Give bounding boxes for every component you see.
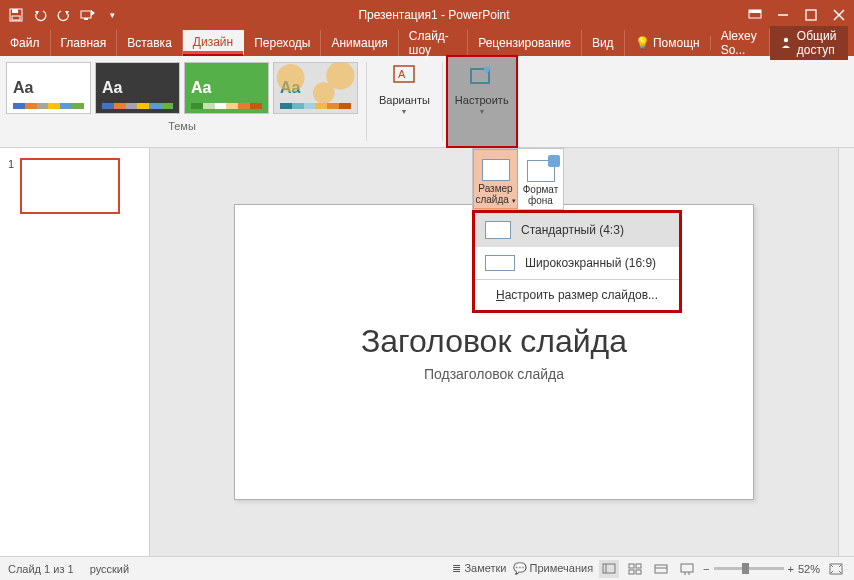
redo-icon[interactable] xyxy=(56,7,72,23)
svg-rect-2 xyxy=(12,16,20,20)
zoom-slider[interactable] xyxy=(714,567,784,570)
slide-size-standard[interactable]: Стандартный (4:3) xyxy=(475,213,679,247)
themes-group-label: Темы xyxy=(6,120,358,132)
themes-group: Aa Aa Aa Aa Темы xyxy=(0,56,362,147)
theme-thumb-1[interactable]: Aa xyxy=(6,62,91,114)
svg-rect-18 xyxy=(636,564,641,568)
undo-icon[interactable] xyxy=(32,7,48,23)
tell-me[interactable]: 💡 Помощн xyxy=(625,36,711,50)
format-background-icon xyxy=(527,160,555,182)
tab-slideshow[interactable]: Слайд-шоу xyxy=(399,30,468,56)
svg-rect-3 xyxy=(81,11,91,18)
normal-view-icon[interactable] xyxy=(599,560,619,578)
tab-review[interactable]: Рецензирование xyxy=(468,30,582,56)
reading-view-icon[interactable] xyxy=(651,560,671,578)
format-background-button[interactable]: Форматфона xyxy=(518,149,563,209)
svg-rect-23 xyxy=(681,564,693,572)
maximize-icon[interactable] xyxy=(804,8,818,22)
language-indicator[interactable]: русский xyxy=(90,563,129,575)
qat-customize-dropdown-icon[interactable]: ▾ xyxy=(104,7,120,23)
ribbon-tabs: Файл Главная Вставка Дизайн Переходы Ани… xyxy=(0,30,854,56)
svg-rect-1 xyxy=(12,9,18,13)
theme-thumb-4[interactable]: Aa xyxy=(273,62,358,114)
tab-animation[interactable]: Анимация xyxy=(321,30,398,56)
theme1-bars xyxy=(13,103,84,109)
separator xyxy=(442,62,443,141)
quick-access-toolbar: ▾ xyxy=(0,7,128,23)
svg-rect-4 xyxy=(84,18,88,20)
ribbon-options-icon[interactable] xyxy=(748,8,762,22)
separator xyxy=(366,62,367,141)
zoom-control: − + 52% xyxy=(703,563,820,575)
save-icon[interactable] xyxy=(8,7,24,23)
status-bar: Слайд 1 из 1 русский ≣ Заметки 💬 Примеча… xyxy=(0,556,854,580)
zoom-in-button[interactable]: + xyxy=(788,563,794,575)
close-icon[interactable] xyxy=(832,8,846,22)
theme-thumb-3[interactable]: Aa xyxy=(184,62,269,114)
theme2-bars xyxy=(102,103,173,109)
svg-rect-15 xyxy=(603,564,615,573)
chevron-down-icon: ▾ xyxy=(512,197,516,204)
popup-overlay: Размерслайда ▾ Форматфона Стандартный (4… xyxy=(0,148,854,556)
tab-design[interactable]: Дизайн xyxy=(183,30,244,56)
title-bar: ▾ Презентация1 - PowerPoint xyxy=(0,0,854,30)
svg-rect-19 xyxy=(629,570,634,574)
slide-counter[interactable]: Слайд 1 из 1 xyxy=(8,563,74,575)
window-title: Презентация1 - PowerPoint xyxy=(128,8,740,22)
ribbon: Aa Aa Aa Aa Темы A Варианты ▾ Настроить … xyxy=(0,56,854,148)
slide-size-widescreen[interactable]: Широкоэкранный (16:9) xyxy=(475,247,679,279)
window-controls xyxy=(740,8,854,22)
theme4-bars xyxy=(280,103,351,109)
start-from-beginning-icon[interactable] xyxy=(80,7,96,23)
customize-icon xyxy=(466,60,498,94)
zoom-out-button[interactable]: − xyxy=(703,563,709,575)
svg-rect-8 xyxy=(806,10,816,20)
sorter-view-icon[interactable] xyxy=(625,560,645,578)
chevron-down-icon: ▾ xyxy=(480,107,484,116)
slide-size-dropdown: Стандартный (4:3) Широкоэкранный (16:9) … xyxy=(472,210,682,313)
slideshow-view-icon[interactable] xyxy=(677,560,697,578)
zoom-level[interactable]: 52% xyxy=(798,563,820,575)
person-icon xyxy=(780,36,792,51)
customize-button[interactable]: Настроить ▾ xyxy=(447,56,517,147)
theme3-bars xyxy=(191,103,262,109)
svg-rect-21 xyxy=(655,565,667,573)
svg-rect-6 xyxy=(749,10,761,13)
variants-icon: A xyxy=(388,60,420,94)
bulb-icon: 💡 xyxy=(635,36,650,50)
ratio-169-icon xyxy=(485,255,515,271)
ratio-43-icon xyxy=(485,221,511,239)
variants-button[interactable]: A Варианты ▾ xyxy=(371,56,438,147)
slide-size-custom[interactable]: Настроить размер слайдов... xyxy=(475,279,679,310)
customize-popup-row: Размерслайда ▾ Форматфона xyxy=(472,148,564,210)
tab-transitions[interactable]: Переходы xyxy=(244,30,321,56)
tab-home[interactable]: Главная xyxy=(51,30,118,56)
slide-size-button[interactable]: Размерслайда ▾ xyxy=(473,149,518,209)
tab-file[interactable]: Файл xyxy=(0,30,51,56)
account-name[interactable]: Alexey So... xyxy=(711,29,770,57)
theme-thumb-2[interactable]: Aa xyxy=(95,62,180,114)
tab-view[interactable]: Вид xyxy=(582,30,625,56)
minimize-icon[interactable] xyxy=(776,8,790,22)
chevron-down-icon: ▾ xyxy=(402,107,406,116)
slide-size-icon xyxy=(482,159,510,181)
svg-rect-20 xyxy=(636,570,641,574)
share-button[interactable]: Общий доступ xyxy=(770,26,848,60)
fit-to-window-icon[interactable] xyxy=(826,560,846,578)
svg-rect-17 xyxy=(629,564,634,568)
svg-point-11 xyxy=(784,37,788,41)
svg-text:A: A xyxy=(398,68,406,80)
comments-button[interactable]: 💬 Примечания xyxy=(513,562,594,575)
tab-insert[interactable]: Вставка xyxy=(117,30,183,56)
notes-button[interactable]: ≣ Заметки xyxy=(452,562,506,575)
